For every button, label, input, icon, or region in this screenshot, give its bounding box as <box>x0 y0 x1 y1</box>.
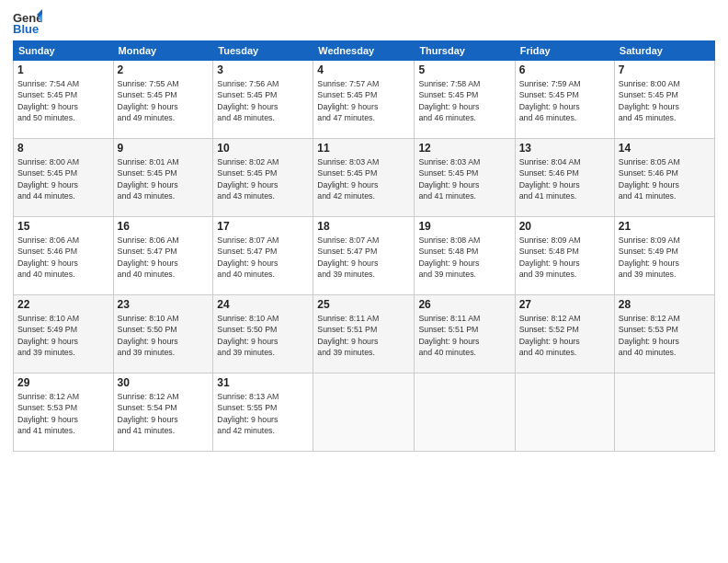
calendar-cell: 30 Sunrise: 8:12 AMSunset: 5:54 PMDaylig… <box>113 373 213 452</box>
calendar-cell: 21 Sunrise: 8:09 AMSunset: 5:49 PMDaylig… <box>614 217 714 295</box>
day-number: 7 <box>619 63 711 76</box>
calendar-cell: 15 Sunrise: 8:06 AMSunset: 5:46 PMDaylig… <box>14 217 114 295</box>
calendar-cell <box>515 373 614 452</box>
calendar-cell: 3 Sunrise: 7:56 AMSunset: 5:45 PMDayligh… <box>213 61 313 139</box>
calendar-cell: 29 Sunrise: 8:12 AMSunset: 5:53 PMDaylig… <box>14 373 114 452</box>
day-number: 4 <box>317 63 410 76</box>
calendar-cell: 14 Sunrise: 8:05 AMSunset: 5:46 PMDaylig… <box>614 139 714 217</box>
day-number: 22 <box>17 298 109 311</box>
day-number: 8 <box>17 142 109 155</box>
calendar-cell <box>313 373 415 452</box>
calendar-cell: 8 Sunrise: 8:00 AMSunset: 5:45 PMDayligh… <box>14 139 114 217</box>
calendar-cell: 5 Sunrise: 7:58 AMSunset: 5:45 PMDayligh… <box>415 61 515 139</box>
calendar-cell: 10 Sunrise: 8:02 AMSunset: 5:45 PMDaylig… <box>213 139 313 217</box>
day-info: Sunrise: 8:09 AMSunset: 5:49 PMDaylight:… <box>619 235 711 280</box>
logo: General Blue <box>13 9 46 35</box>
day-number: 18 <box>317 220 410 233</box>
header: General Blue <box>13 9 715 35</box>
day-info: Sunrise: 8:04 AMSunset: 5:46 PMDaylight:… <box>519 156 610 201</box>
day-number: 13 <box>519 142 610 155</box>
day-info: Sunrise: 8:00 AMSunset: 5:45 PMDaylight:… <box>17 156 109 201</box>
calendar-cell: 19 Sunrise: 8:08 AMSunset: 5:48 PMDaylig… <box>415 217 515 295</box>
svg-text:Blue: Blue <box>13 22 39 35</box>
calendar-cell: 22 Sunrise: 8:10 AMSunset: 5:49 PMDaylig… <box>14 295 114 373</box>
day-info: Sunrise: 8:00 AMSunset: 5:45 PMDaylight:… <box>619 78 711 123</box>
weekday-header-wednesday: Wednesday <box>313 41 415 61</box>
logo-icon: General Blue <box>13 9 42 35</box>
day-info: Sunrise: 8:07 AMSunset: 5:47 PMDaylight:… <box>217 235 309 280</box>
day-info: Sunrise: 8:11 AMSunset: 5:51 PMDaylight:… <box>317 313 410 358</box>
day-number: 26 <box>418 298 510 311</box>
day-info: Sunrise: 8:10 AMSunset: 5:50 PMDaylight:… <box>217 313 309 358</box>
day-info: Sunrise: 8:12 AMSunset: 5:54 PMDaylight:… <box>118 391 210 436</box>
day-info: Sunrise: 8:03 AMSunset: 5:45 PMDaylight:… <box>418 156 510 201</box>
day-number: 20 <box>519 220 610 233</box>
day-number: 17 <box>217 220 309 233</box>
day-info: Sunrise: 8:12 AMSunset: 5:53 PMDaylight:… <box>17 391 109 436</box>
day-info: Sunrise: 7:57 AMSunset: 5:45 PMDaylight:… <box>317 78 410 123</box>
day-info: Sunrise: 8:09 AMSunset: 5:48 PMDaylight:… <box>519 235 610 280</box>
calendar-week-2: 8 Sunrise: 8:00 AMSunset: 5:45 PMDayligh… <box>14 139 715 217</box>
calendar-cell: 6 Sunrise: 7:59 AMSunset: 5:45 PMDayligh… <box>515 61 614 139</box>
day-info: Sunrise: 7:55 AMSunset: 5:45 PMDaylight:… <box>118 78 210 123</box>
day-info: Sunrise: 8:07 AMSunset: 5:47 PMDaylight:… <box>317 235 410 280</box>
day-number: 2 <box>118 63 210 76</box>
day-info: Sunrise: 8:06 AMSunset: 5:47 PMDaylight:… <box>118 235 210 280</box>
calendar-week-3: 15 Sunrise: 8:06 AMSunset: 5:46 PMDaylig… <box>14 217 715 295</box>
weekday-header-thursday: Thursday <box>415 41 515 61</box>
calendar-week-5: 29 Sunrise: 8:12 AMSunset: 5:53 PMDaylig… <box>14 373 715 452</box>
calendar-cell: 24 Sunrise: 8:10 AMSunset: 5:50 PMDaylig… <box>213 295 313 373</box>
day-number: 1 <box>17 63 109 76</box>
calendar-cell <box>415 373 515 452</box>
calendar-cell: 4 Sunrise: 7:57 AMSunset: 5:45 PMDayligh… <box>313 61 415 139</box>
calendar-cell <box>614 373 714 452</box>
day-number: 31 <box>217 376 309 389</box>
calendar-cell: 31 Sunrise: 8:13 AMSunset: 5:55 PMDaylig… <box>213 373 313 452</box>
day-number: 11 <box>317 142 410 155</box>
day-number: 9 <box>118 142 210 155</box>
day-info: Sunrise: 7:59 AMSunset: 5:45 PMDaylight:… <box>519 78 610 123</box>
calendar-cell: 18 Sunrise: 8:07 AMSunset: 5:47 PMDaylig… <box>313 217 415 295</box>
day-info: Sunrise: 8:01 AMSunset: 5:45 PMDaylight:… <box>118 156 210 201</box>
weekday-header-row: SundayMondayTuesdayWednesdayThursdayFrid… <box>14 41 715 61</box>
day-number: 27 <box>519 298 610 311</box>
day-info: Sunrise: 7:56 AMSunset: 5:45 PMDaylight:… <box>217 78 309 123</box>
day-info: Sunrise: 8:08 AMSunset: 5:48 PMDaylight:… <box>418 235 510 280</box>
calendar-cell: 20 Sunrise: 8:09 AMSunset: 5:48 PMDaylig… <box>515 217 614 295</box>
day-number: 14 <box>619 142 711 155</box>
day-number: 23 <box>118 298 210 311</box>
day-info: Sunrise: 8:10 AMSunset: 5:50 PMDaylight:… <box>118 313 210 358</box>
day-number: 10 <box>217 142 309 155</box>
day-number: 29 <box>17 376 109 389</box>
day-number: 30 <box>118 376 210 389</box>
day-number: 15 <box>17 220 109 233</box>
day-info: Sunrise: 8:12 AMSunset: 5:52 PMDaylight:… <box>519 313 610 358</box>
day-info: Sunrise: 8:05 AMSunset: 5:46 PMDaylight:… <box>619 156 711 201</box>
day-info: Sunrise: 7:58 AMSunset: 5:45 PMDaylight:… <box>418 78 510 123</box>
calendar-cell: 2 Sunrise: 7:55 AMSunset: 5:45 PMDayligh… <box>113 61 213 139</box>
day-number: 21 <box>619 220 711 233</box>
day-number: 6 <box>519 63 610 76</box>
calendar-table: SundayMondayTuesdayWednesdayThursdayFrid… <box>13 40 715 452</box>
day-info: Sunrise: 8:12 AMSunset: 5:53 PMDaylight:… <box>619 313 711 358</box>
calendar-week-1: 1 Sunrise: 7:54 AMSunset: 5:45 PMDayligh… <box>14 61 715 139</box>
calendar-cell: 26 Sunrise: 8:11 AMSunset: 5:51 PMDaylig… <box>415 295 515 373</box>
calendar-cell: 27 Sunrise: 8:12 AMSunset: 5:52 PMDaylig… <box>515 295 614 373</box>
day-number: 28 <box>619 298 711 311</box>
weekday-header-monday: Monday <box>113 41 213 61</box>
calendar-cell: 25 Sunrise: 8:11 AMSunset: 5:51 PMDaylig… <box>313 295 415 373</box>
day-number: 19 <box>418 220 510 233</box>
day-info: Sunrise: 8:13 AMSunset: 5:55 PMDaylight:… <box>217 391 309 436</box>
day-info: Sunrise: 8:02 AMSunset: 5:45 PMDaylight:… <box>217 156 309 201</box>
day-info: Sunrise: 8:10 AMSunset: 5:49 PMDaylight:… <box>17 313 109 358</box>
day-number: 16 <box>118 220 210 233</box>
day-number: 3 <box>217 63 309 76</box>
calendar-cell: 17 Sunrise: 8:07 AMSunset: 5:47 PMDaylig… <box>213 217 313 295</box>
calendar-cell: 16 Sunrise: 8:06 AMSunset: 5:47 PMDaylig… <box>113 217 213 295</box>
day-info: Sunrise: 8:11 AMSunset: 5:51 PMDaylight:… <box>418 313 510 358</box>
day-info: Sunrise: 7:54 AMSunset: 5:45 PMDaylight:… <box>17 78 109 123</box>
day-info: Sunrise: 8:06 AMSunset: 5:46 PMDaylight:… <box>17 235 109 280</box>
calendar-cell: 13 Sunrise: 8:04 AMSunset: 5:46 PMDaylig… <box>515 139 614 217</box>
page-container: General Blue SundayMondayTuesdayWednesda… <box>0 0 728 457</box>
weekday-header-tuesday: Tuesday <box>213 41 313 61</box>
